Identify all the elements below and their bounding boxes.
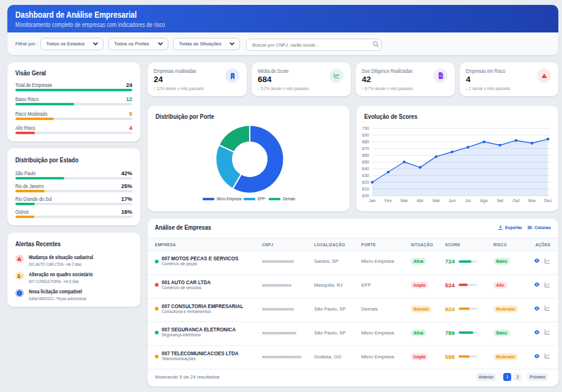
svg-text:690: 690 <box>362 133 369 137</box>
svg-text:600: 600 <box>362 194 369 198</box>
svg-text:650: 650 <box>362 160 369 164</box>
svg-text:640: 640 <box>362 167 369 171</box>
svg-text:Mai: Mai <box>433 198 440 203</box>
svg-text:Mar: Mar <box>400 198 408 203</box>
svg-text:610: 610 <box>362 187 369 191</box>
svg-text:Out: Out <box>512 198 519 203</box>
svg-text:Set: Set <box>496 198 503 203</box>
svg-text:Dez: Dez <box>544 198 552 203</box>
svg-text:620: 620 <box>362 180 369 184</box>
svg-text:Abr: Abr <box>417 198 424 203</box>
svg-text:Fev: Fev <box>384 198 392 203</box>
svg-text:Ago: Ago <box>480 198 488 203</box>
svg-text:670: 670 <box>362 146 369 151</box>
svg-text:680: 680 <box>362 140 369 144</box>
svg-text:Jul: Jul <box>465 198 471 203</box>
svg-text:Jan: Jan <box>369 198 375 203</box>
svg-text:660: 660 <box>362 153 369 157</box>
svg-text:630: 630 <box>362 173 369 178</box>
svg-text:Nov: Nov <box>528 198 536 203</box>
svg-text:700: 700 <box>362 126 369 130</box>
svg-text:Jun: Jun <box>449 198 455 203</box>
